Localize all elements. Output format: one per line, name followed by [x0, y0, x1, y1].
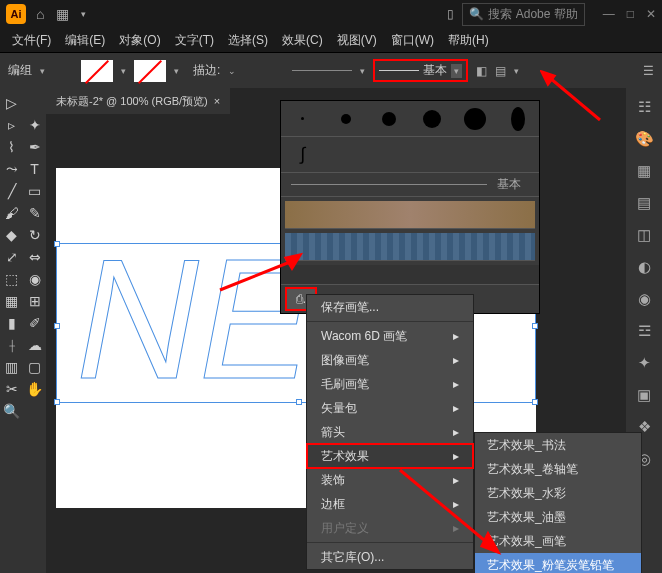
rectangle-tool[interactable]: ▭ [23, 180, 46, 202]
brush-pattern-2[interactable] [285, 233, 535, 261]
lasso-tool[interactable]: ⌇ [0, 136, 23, 158]
tab-close-icon[interactable]: × [214, 95, 220, 107]
menu-view[interactable]: 视图(V) [331, 30, 383, 51]
menu-type[interactable]: 文字(T) [169, 30, 220, 51]
menu-save-brush[interactable]: 保存画笔... [307, 295, 473, 319]
swatches-icon[interactable]: ▦ [637, 162, 651, 180]
maximize-button[interactable]: □ [627, 7, 634, 21]
profile-chevron-icon[interactable]: ▾ [360, 66, 365, 76]
close-button[interactable]: ✕ [646, 7, 656, 21]
menu-bar: 文件(F) 编辑(E) 对象(O) 文字(T) 选择(S) 效果(C) 视图(V… [0, 28, 662, 52]
submenu-ink[interactable]: 艺术效果_油墨 [475, 505, 641, 529]
menu-select[interactable]: 选择(S) [222, 30, 274, 51]
transparency-icon[interactable]: ◐ [638, 258, 651, 276]
selection-tool[interactable]: ▷ [0, 92, 23, 114]
gradient-panel-icon[interactable]: ◫ [637, 226, 651, 244]
brush-pattern-1[interactable] [285, 201, 535, 229]
toolbox: ▷ ▹✦ ⌇✒ ⤳T ╱▭ 🖌✎ ◆↻ ⤢⇔ ⬚◉ ▦⊞ ▮✐ ⟊☁ ▥▢ ✂✋… [0, 88, 46, 573]
style-icon[interactable]: ▤ [495, 64, 506, 78]
symbol-tool[interactable]: ☁ [23, 334, 46, 356]
perspective-tool[interactable]: ▦ [0, 290, 23, 312]
shape-builder-tool[interactable]: ◉ [23, 268, 46, 290]
stroke-panel-icon[interactable]: ▤ [637, 194, 651, 212]
brush-library-menu: 保存画笔... Wacom 6D 画笔▸ 图像画笔▸ 毛刷画笔▸ 矢量包▸ 箭头… [306, 294, 474, 570]
home-icon[interactable]: ⌂ [36, 6, 44, 22]
direct-select-tool[interactable]: ▹ [0, 114, 23, 136]
layers-icon[interactable]: ☲ [638, 322, 651, 340]
magic-wand-tool[interactable]: ✦ [23, 114, 46, 136]
menu-image-brush[interactable]: 图像画笔▸ [307, 348, 473, 372]
submenu-scroll-pen[interactable]: 艺术效果_卷轴笔 [475, 457, 641, 481]
menu-decorative[interactable]: 装饰▸ [307, 468, 473, 492]
brushes-panel: ∫ 基本 ⎙. ▦ [280, 100, 540, 314]
library-icon[interactable]: ▣ [637, 386, 651, 404]
free-transform-tool[interactable]: ⬚ [0, 268, 23, 290]
scale-tool[interactable]: ⤢ [0, 246, 23, 268]
properties-icon[interactable]: ☷ [638, 98, 651, 116]
slice-tool[interactable]: ✂ [0, 378, 23, 400]
menu-artistic[interactable]: 艺术效果▸ [307, 444, 473, 468]
width-tool[interactable]: ⇔ [23, 246, 46, 268]
brush-definition-dropdown[interactable]: 基本 ▾ [373, 59, 468, 82]
submenu-chalk-charcoal[interactable]: 艺术效果_粉笔炭笔铅笔 [475, 553, 641, 573]
pen-tool[interactable]: ✒ [23, 136, 46, 158]
gradient-tool[interactable]: ▮ [0, 312, 23, 334]
cloud-icon[interactable]: ▦ [56, 6, 69, 22]
brush-tool[interactable]: 🖌 [0, 202, 23, 224]
menu-other-library[interactable]: 其它库(O)... [307, 545, 473, 569]
opacity-icon[interactable]: ◧ [476, 64, 487, 78]
menu-vector-pack[interactable]: 矢量包▸ [307, 396, 473, 420]
artistic-submenu: 艺术效果_书法 艺术效果_卷轴笔 艺术效果_水彩 艺术效果_油墨 艺术效果_画笔… [474, 432, 642, 573]
menu-border-brush[interactable]: 边框▸ [307, 492, 473, 516]
fill-swatch[interactable] [81, 60, 113, 82]
menu-wacom[interactable]: Wacom 6D 画笔▸ [307, 324, 473, 348]
curvature-tool[interactable]: ⤳ [0, 158, 23, 180]
menu-file[interactable]: 文件(F) [6, 30, 57, 51]
mode-chevron-icon[interactable]: ▾ [40, 66, 45, 76]
chevron-down-icon[interactable]: ▾ [81, 9, 86, 19]
appearance-icon[interactable]: ◉ [638, 290, 651, 308]
document-tab[interactable]: 未标题-2* @ 100% (RGB/预览) × [46, 88, 230, 114]
app-logo: Ai [6, 4, 26, 24]
type-tool[interactable]: T [23, 158, 46, 180]
search-box[interactable]: 🔍 搜索 Adobe 帮助 [462, 3, 584, 26]
graph-tool[interactable]: ▥ [0, 356, 23, 378]
stroke-preview [292, 70, 352, 71]
menu-edit[interactable]: 编辑(E) [59, 30, 111, 51]
minimize-button[interactable]: — [603, 7, 615, 21]
search-placeholder: 搜索 Adobe 帮助 [488, 6, 577, 23]
line-tool[interactable]: ╱ [0, 180, 23, 202]
asset-icon[interactable]: ✦ [638, 354, 651, 372]
menu-object[interactable]: 对象(O) [113, 30, 166, 51]
layout-icon[interactable]: ▯ [447, 7, 454, 21]
blend-tool[interactable]: ⟊ [0, 334, 23, 356]
brush-pattern-3[interactable] [281, 265, 539, 285]
color-icon[interactable]: 🎨 [635, 130, 654, 148]
submenu-calligraphic[interactable]: 艺术效果_书法 [475, 433, 641, 457]
stroke-chevron-icon[interactable]: ▾ [174, 66, 179, 76]
fill-chevron-icon[interactable]: ▾ [121, 66, 126, 76]
weight-chevron-icon[interactable]: ⌄ [228, 66, 236, 76]
mesh-tool[interactable]: ⊞ [23, 290, 46, 312]
artboard-tool[interactable]: ▢ [23, 356, 46, 378]
zoom-tool[interactable]: 🔍 [0, 400, 23, 422]
menu-arrow-brush[interactable]: 箭头▸ [307, 420, 473, 444]
stroke-swatch[interactable] [134, 60, 166, 82]
menu-user-defined: 用户定义▸ [307, 516, 473, 540]
brush-basic[interactable]: 基本 [497, 176, 521, 193]
menu-help[interactable]: 帮助(H) [442, 30, 495, 51]
menu-window[interactable]: 窗口(W) [385, 30, 440, 51]
hand-tool[interactable]: ✋ [23, 378, 46, 400]
menu-bristle-brush[interactable]: 毛刷画笔▸ [307, 372, 473, 396]
stroke-label: 描边: [193, 62, 220, 79]
eraser-tool[interactable]: ◆ [0, 224, 23, 246]
search-icon: 🔍 [469, 7, 484, 21]
pencil-tool[interactable]: ✎ [23, 202, 46, 224]
menu-effect[interactable]: 效果(C) [276, 30, 329, 51]
submenu-paintbrush[interactable]: 艺术效果_画笔 [475, 529, 641, 553]
brush-chevron-icon: ▾ [451, 64, 462, 78]
align-icon[interactable]: ☰ [643, 64, 654, 78]
submenu-watercolor[interactable]: 艺术效果_水彩 [475, 481, 641, 505]
eyedropper-tool[interactable]: ✐ [23, 312, 46, 334]
rotate-tool[interactable]: ↻ [23, 224, 46, 246]
